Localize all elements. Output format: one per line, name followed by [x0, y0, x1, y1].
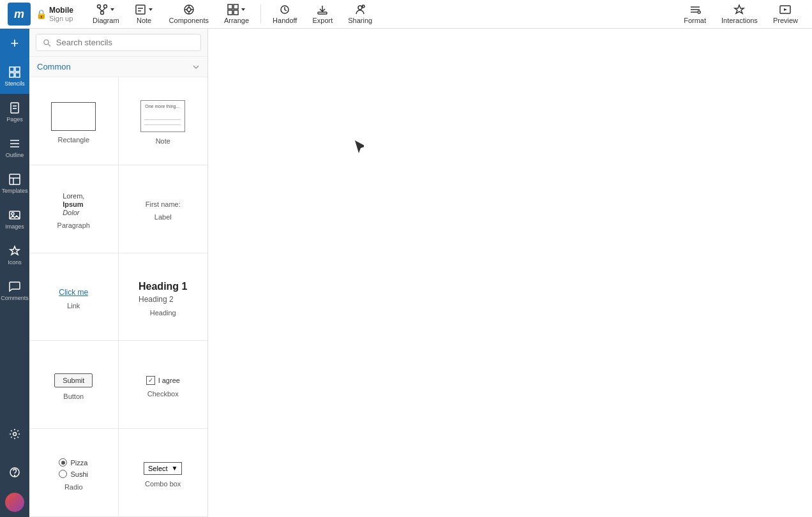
- stencil-grid: Rectangle One more thing... ~~~~~~~~~~~~…: [29, 77, 207, 517]
- heading1-text: Heading 1: [139, 281, 187, 292]
- toolbar-format[interactable]: Format: [677, 1, 712, 27]
- app-logo: m: [8, 3, 31, 26]
- help-nav-item[interactable]: [0, 454, 29, 490]
- toolbar-arrange[interactable]: Arrange: [218, 1, 255, 27]
- svg-rect-30: [11, 103, 19, 113]
- para-line1: Lorem,: [63, 192, 84, 200]
- svg-point-1: [103, 5, 107, 8]
- radio-circle-2: [59, 470, 67, 478]
- templates-nav-label: Templates: [1, 188, 27, 194]
- stencil-radio[interactable]: Pizza Sushi Radio: [29, 429, 119, 517]
- stencil-link[interactable]: Click me Link: [29, 253, 119, 341]
- icons-nav-label: Icons: [8, 259, 22, 266]
- note-label: Note: [137, 17, 151, 24]
- paragraph-shape: Lorem, Ipsum Dolor: [63, 192, 84, 216]
- svg-line-3: [99, 8, 102, 11]
- stencil-panel: Common Rectangle One more thing... ~~~~~…: [29, 29, 208, 517]
- checkbox-cell-label: Checkbox: [147, 390, 179, 398]
- para-line2: Ipsum: [63, 200, 83, 208]
- svg-rect-14: [228, 4, 232, 9]
- toolbar-sharing[interactable]: Sharing: [342, 1, 379, 27]
- radio-option1-text: Pizza: [70, 459, 87, 467]
- toolbar-components[interactable]: Components: [163, 1, 215, 27]
- svg-rect-16: [228, 10, 232, 15]
- user-avatar[interactable]: [5, 493, 24, 512]
- category-header[interactable]: Common: [29, 57, 207, 77]
- sidebar-item-outline[interactable]: Outline: [0, 130, 29, 165]
- button-cell-label: Button: [63, 393, 84, 400]
- toolbar-handoff[interactable]: Handoff: [266, 1, 303, 27]
- heading2-text: Heading 2: [139, 295, 174, 304]
- radio-row-1: Pizza: [59, 458, 88, 467]
- button-shape-text: Submit: [63, 377, 84, 384]
- paragraph-label: Paragraph: [57, 221, 90, 229]
- arrange-label: Arrange: [224, 17, 249, 24]
- link-cell-label: Link: [67, 302, 80, 310]
- svg-rect-18: [318, 12, 327, 14]
- stencil-rectangle[interactable]: Rectangle: [29, 77, 119, 165]
- svg-rect-26: [10, 67, 14, 71]
- sidebar-item-comments[interactable]: Comments: [0, 273, 29, 308]
- note-shape-text: One more thing...: [145, 103, 179, 109]
- svg-point-19: [358, 6, 362, 10]
- sidebar-item-icons[interactable]: Icons: [0, 237, 29, 273]
- checkbox-box: ✓: [146, 376, 155, 385]
- toolbar-note[interactable]: Note: [128, 1, 160, 27]
- sidebar-item-pages[interactable]: Pages: [0, 94, 29, 130]
- note-squiggles: ~~~~~~~~~~~~~~~~~~~~~ ~~~~~~~~~~~~~~~~~~…: [144, 117, 182, 128]
- canvas-white-area: [208, 29, 812, 517]
- sidebar-item-stencils[interactable]: Stencils: [0, 58, 29, 94]
- sidebar-item-images[interactable]: Images: [0, 201, 29, 237]
- select-text: Select: [148, 465, 168, 472]
- svg-point-0: [97, 5, 100, 8]
- svg-rect-27: [15, 67, 20, 71]
- toolbar-export[interactable]: Export: [306, 1, 339, 27]
- svg-rect-29: [15, 73, 20, 77]
- svg-point-44: [44, 40, 49, 44]
- add-button[interactable]: +: [0, 29, 29, 58]
- toolbar-divider-1: [260, 4, 261, 24]
- button-shape: Submit: [54, 373, 93, 387]
- stencil-checkbox[interactable]: ✓ I agree Checkbox: [119, 341, 208, 429]
- settings-nav-item[interactable]: [0, 416, 29, 452]
- stencil-note[interactable]: One more thing... ~~~~~~~~~~~~~~~~~~~~~ …: [119, 77, 208, 165]
- stencil-label[interactable]: First name: Label: [119, 165, 208, 253]
- main-content: + Stencils Pages Outline: [0, 29, 812, 517]
- toolbar-diagram[interactable]: Diagram: [86, 1, 126, 27]
- stencil-heading[interactable]: Heading 1 Heading 2 Heading: [119, 253, 208, 341]
- svg-rect-15: [234, 4, 238, 9]
- preview-label: Preview: [773, 17, 798, 24]
- category-name: Common: [37, 62, 71, 71]
- search-box[interactable]: [36, 34, 201, 51]
- sidebar-item-templates[interactable]: Templates: [0, 165, 29, 201]
- app-subtitle: Sign up: [49, 15, 73, 22]
- label-cell-label: Label: [154, 213, 172, 221]
- chevron-down-icon: [192, 63, 200, 71]
- checkbox-label-text: I agree: [158, 377, 180, 384]
- svg-point-43: [15, 476, 15, 476]
- stencil-paragraph[interactable]: Lorem, Ipsum Dolor Paragraph: [29, 165, 119, 253]
- radio-circle-1: [59, 458, 67, 467]
- svg-point-40: [11, 213, 14, 215]
- note-label-text: Note: [156, 137, 170, 145]
- sidebar-bottom: [0, 416, 29, 517]
- search-icon: [43, 38, 51, 47]
- comments-nav-label: Comments: [1, 295, 29, 301]
- select-arrow-icon: ▼: [172, 465, 178, 472]
- search-input[interactable]: [56, 38, 194, 47]
- stencils-nav-label: Stencils: [4, 80, 25, 87]
- checkbox-shape: ✓ I agree: [146, 376, 180, 385]
- combobox-cell-label: Combo box: [145, 480, 181, 488]
- svg-rect-5: [136, 5, 145, 14]
- toolbar-interactions[interactable]: Interactions: [715, 1, 764, 27]
- stencil-combobox[interactable]: Select ▼ Combo box: [119, 429, 208, 517]
- radio-cell-label: Radio: [64, 483, 83, 491]
- note-shape: One more thing... ~~~~~~~~~~~~~~~~~~~~~ …: [140, 100, 185, 132]
- svg-point-24: [698, 11, 700, 13]
- stencil-button[interactable]: Submit Button: [29, 341, 119, 429]
- canvas-area[interactable]: [208, 29, 812, 517]
- rectangle-label: Rectangle: [57, 136, 89, 144]
- toolbar-preview[interactable]: Preview: [767, 1, 804, 27]
- sharing-label: Sharing: [348, 17, 372, 24]
- icon-sidebar: + Stencils Pages Outline: [0, 29, 29, 517]
